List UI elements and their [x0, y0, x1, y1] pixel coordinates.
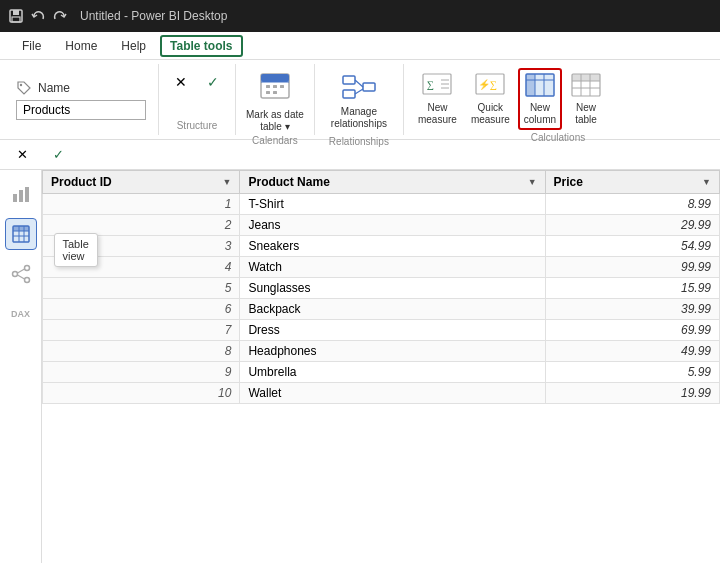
- sidebar-table-view[interactable]: Table view: [5, 218, 37, 250]
- cell-price: 8.99: [545, 194, 719, 215]
- new-table-icon: [570, 72, 602, 100]
- calendars-section-label: Calendars: [252, 133, 298, 146]
- svg-rect-9: [280, 85, 284, 88]
- svg-rect-7: [266, 85, 270, 88]
- col-header-product-id[interactable]: Product ID ▼: [43, 171, 240, 194]
- svg-point-46: [24, 278, 29, 283]
- table-row: 5Sunglasses15.99: [43, 278, 720, 299]
- cell-price: 99.99: [545, 257, 719, 278]
- svg-rect-37: [25, 187, 29, 202]
- product-name-filter-arrow[interactable]: ▼: [528, 177, 537, 187]
- table-area: Product ID ▼ Product Name ▼ Price: [42, 170, 720, 563]
- save-icon[interactable]: [8, 8, 24, 24]
- svg-line-48: [17, 275, 24, 279]
- svg-text:⚡∑: ⚡∑: [478, 78, 497, 91]
- svg-text:∑: ∑: [427, 79, 434, 90]
- tag-icon: [16, 80, 32, 96]
- svg-point-45: [24, 266, 29, 271]
- svg-rect-11: [273, 91, 277, 94]
- model-view-icon: [11, 264, 31, 284]
- svg-rect-30: [572, 74, 600, 81]
- menu-help[interactable]: Help: [111, 35, 156, 57]
- new-measure-icon: ∑: [421, 72, 453, 100]
- cell-product-id: 7: [43, 320, 240, 341]
- formula-confirm-button[interactable]: ✓: [44, 141, 72, 169]
- svg-rect-12: [343, 76, 355, 84]
- table-row: 7Dress69.99: [43, 320, 720, 341]
- table-row: 1T-Shirt8.99: [43, 194, 720, 215]
- cancel-structure-button[interactable]: ✕: [167, 68, 195, 96]
- undo-icon[interactable]: [30, 8, 46, 24]
- formula-cancel-button[interactable]: ✕: [8, 141, 36, 169]
- new-column-label: New column: [524, 102, 556, 126]
- table-header-row: Product ID ▼ Product Name ▼ Price: [43, 171, 720, 194]
- price-filter-arrow[interactable]: ▼: [702, 177, 711, 187]
- col-header-price[interactable]: Price ▼: [545, 171, 719, 194]
- cell-price: 49.99: [545, 341, 719, 362]
- svg-line-15: [355, 80, 363, 87]
- new-measure-label: New measure: [418, 102, 457, 126]
- calculations-section-label: Calculations: [412, 130, 704, 143]
- table-row: 2Jeans29.99: [43, 215, 720, 236]
- calendar-icon: [257, 68, 293, 104]
- cell-product-name: Umbrella: [240, 362, 545, 383]
- new-column-icon: [524, 72, 556, 100]
- left-sidebar: Table view DAX: [0, 170, 42, 563]
- svg-rect-8: [273, 85, 277, 88]
- cell-product-id: 1: [43, 194, 240, 215]
- menu-bar: File Home Help Table tools: [0, 32, 720, 60]
- relationships-icon: [341, 72, 377, 104]
- cell-product-id: 5: [43, 278, 240, 299]
- table-row: 4Watch99.99: [43, 257, 720, 278]
- new-measure-button[interactable]: ∑ New measure: [412, 68, 463, 130]
- cell-product-id: 6: [43, 299, 240, 320]
- dax-label: DAX: [11, 309, 30, 319]
- table-view-icon: [11, 224, 31, 244]
- quick-measure-button[interactable]: ⚡∑ Quick measure: [465, 68, 516, 130]
- cell-price: 39.99: [545, 299, 719, 320]
- sidebar-model-view[interactable]: [5, 258, 37, 290]
- cell-price: 69.99: [545, 320, 719, 341]
- mark-as-date-label[interactable]: Mark as date table ▾: [246, 109, 304, 133]
- redo-icon[interactable]: [52, 8, 68, 24]
- new-table-button[interactable]: New table: [564, 68, 608, 130]
- cell-product-name: Dress: [240, 320, 545, 341]
- menu-table-tools[interactable]: Table tools: [160, 35, 242, 57]
- sidebar-dax[interactable]: DAX: [5, 298, 37, 330]
- structure-section-label: Structure: [177, 118, 218, 131]
- cell-product-name: Backpack: [240, 299, 545, 320]
- cell-product-id: 10: [43, 383, 240, 404]
- new-table-label: New table: [575, 102, 597, 126]
- menu-home[interactable]: Home: [55, 35, 107, 57]
- svg-rect-25: [526, 74, 535, 96]
- cell-price: 54.99: [545, 236, 719, 257]
- cell-price: 19.99: [545, 383, 719, 404]
- cell-product-name: Headphones: [240, 341, 545, 362]
- svg-rect-13: [343, 90, 355, 98]
- cell-product-name: T-Shirt: [240, 194, 545, 215]
- manage-relationships-button[interactable]: Manage relationships: [325, 68, 393, 134]
- svg-rect-1: [13, 10, 19, 15]
- svg-line-16: [355, 89, 363, 94]
- sidebar-report-view[interactable]: [5, 178, 37, 210]
- menu-file[interactable]: File: [12, 35, 51, 57]
- cell-product-id: 8: [43, 341, 240, 362]
- cell-product-name: Wallet: [240, 383, 545, 404]
- bar-chart-icon: [11, 184, 31, 204]
- new-column-button[interactable]: New column: [518, 68, 562, 130]
- relationships-section-label: Relationships: [329, 134, 389, 147]
- svg-rect-10: [266, 91, 270, 94]
- table-row: 6Backpack39.99: [43, 299, 720, 320]
- product-id-filter-arrow[interactable]: ▼: [223, 177, 232, 187]
- svg-point-3: [20, 83, 22, 85]
- col-header-product-name[interactable]: Product Name ▼: [240, 171, 545, 194]
- table-row: 9Umbrella5.99: [43, 362, 720, 383]
- table-view-tooltip: Table view: [54, 233, 98, 267]
- table-row: 10Wallet19.99: [43, 383, 720, 404]
- table-name-input[interactable]: [16, 100, 146, 120]
- confirm-structure-button[interactable]: ✓: [199, 68, 227, 96]
- table-row: 3Sneakers54.99: [43, 236, 720, 257]
- svg-rect-39: [13, 226, 29, 231]
- svg-rect-14: [363, 83, 375, 91]
- cell-product-name: Jeans: [240, 215, 545, 236]
